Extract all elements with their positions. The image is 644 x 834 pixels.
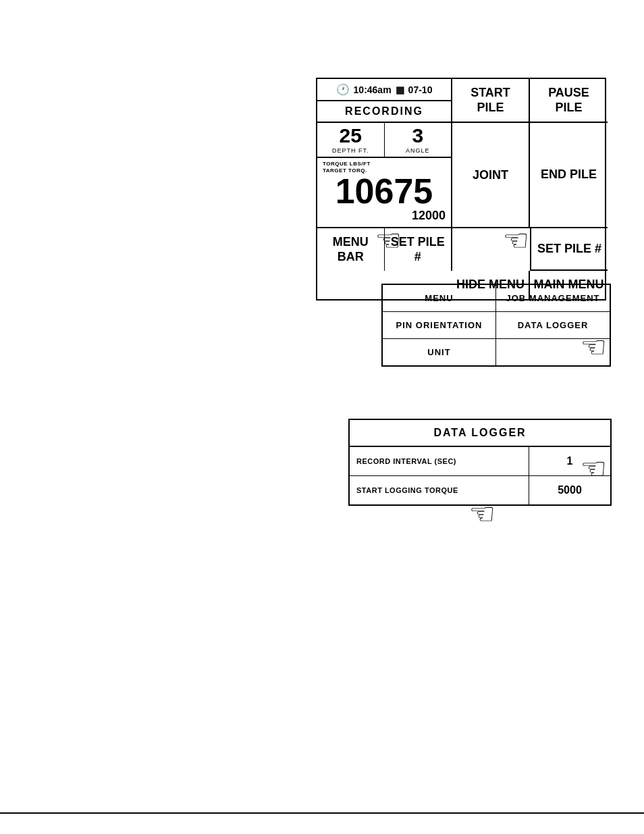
- header-cell: 🕐 10:46am ▦ 07-10: [317, 79, 452, 101]
- depth-value: 25: [340, 126, 362, 146]
- start-logging-label: START LOGGING TORQUE: [350, 476, 529, 504]
- torque-cell: TORQUE LBS/FT TARGET TORQ. 10675 12000: [317, 158, 452, 228]
- depth-label: DEPTH FT.: [332, 147, 369, 154]
- data-logger-panel: DATA LOGGER RECORD INTERVAL (SEC) 1 STAR…: [348, 419, 612, 506]
- menu-item-pin-orientation: PIN ORIENTATION: [383, 312, 496, 339]
- set-pile-num-button-top[interactable]: SET PILE #: [530, 228, 608, 271]
- end-pile-button[interactable]: END PILE: [530, 123, 608, 228]
- menu-bar-button[interactable]: MENU BAR: [317, 228, 385, 271]
- recording-status: RECORDING: [317, 101, 452, 123]
- main-panel: 🕐 10:46am ▦ 07-10 START PILE PAUSE PILE …: [316, 78, 606, 301]
- angle-value: 3: [412, 126, 423, 146]
- start-pile-button[interactable]: START PILE: [452, 79, 530, 123]
- data-logger-row-1: RECORD INTERVAL (SEC) 1: [350, 447, 610, 476]
- torque-value: 10675: [323, 174, 446, 209]
- menu-item-job-management[interactable]: JOB MANAGEMENT: [496, 285, 610, 312]
- hand-pointer-2: ☞: [503, 223, 529, 257]
- hand-pointer-1: ☞: [375, 223, 402, 257]
- pause-pile-button[interactable]: PAUSE PILE: [530, 79, 608, 123]
- bottom-line: [0, 812, 644, 814]
- hand-pointer-4: ☞: [581, 451, 607, 486]
- clock-icon: 🕐: [336, 83, 350, 96]
- depth-box: 25 DEPTH FT.: [317, 123, 385, 157]
- depth-angle-cell: 25 DEPTH FT. 3 ANGLE: [317, 123, 452, 158]
- menu-item-unit: UNIT: [383, 339, 496, 365]
- time-display: 10:46am: [354, 84, 392, 95]
- angle-box: 3 ANGLE: [385, 123, 452, 157]
- hand-pointer-3: ☞: [581, 330, 607, 364]
- date-display: 07-10: [408, 84, 433, 95]
- data-logger-title: DATA LOGGER: [350, 420, 610, 447]
- angle-label: ANGLE: [406, 147, 430, 154]
- hand-pointer-5: ☞: [469, 496, 495, 531]
- menu-panel: MENU JOB MANAGEMENT PIN ORIENTATION DATA…: [381, 284, 611, 367]
- target-value: 12000: [412, 209, 446, 223]
- torque-label: TORQUE LBS/FT: [323, 161, 371, 167]
- joint-button[interactable]: JOINT: [452, 123, 530, 228]
- calendar-icon: ▦: [396, 84, 404, 95]
- record-interval-label: RECORD INTERVAL (SEC): [350, 447, 529, 475]
- menu-item-menu: MENU: [383, 285, 496, 312]
